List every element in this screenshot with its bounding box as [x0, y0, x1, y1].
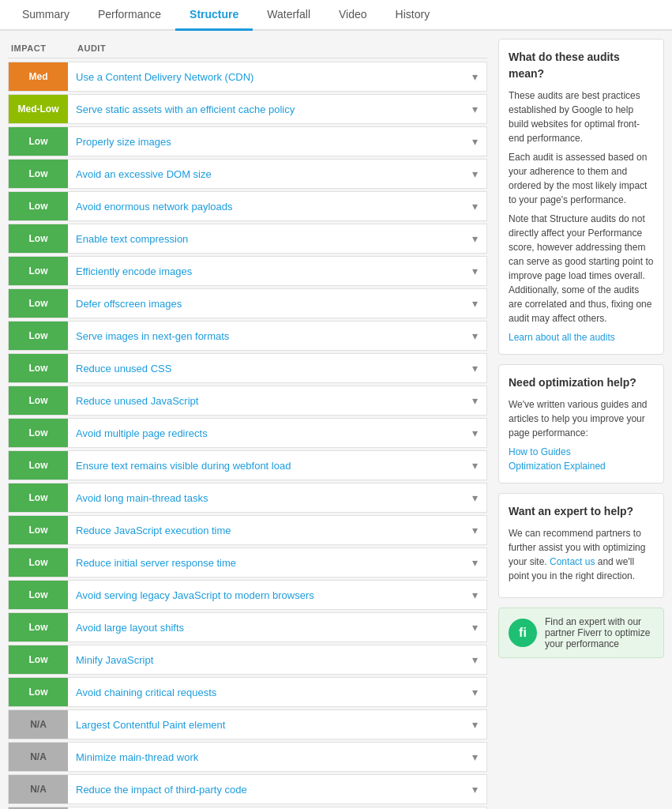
audit-label[interactable]: Use a Content Delivery Network (CDN): [68, 62, 463, 91]
optimization-title: Need optimization help?: [509, 374, 654, 391]
audit-column-header: AUDIT: [71, 43, 487, 53]
audit-label[interactable]: Minify JavaScript: [68, 645, 463, 674]
audit-label[interactable]: Reduce unused CSS: [68, 354, 463, 382]
audits-paragraph: Each audit is assessed based on your adh…: [509, 150, 654, 207]
optimization-link[interactable]: Optimization Explained: [509, 459, 654, 473]
audit-label[interactable]: Defer offscreen images: [68, 289, 463, 318]
contact-us-link[interactable]: Contact us: [550, 556, 595, 567]
audit-row: LowServe images in next-gen formats▾: [8, 321, 487, 351]
tab-bar: SummaryPerformanceStructureWaterfallVide…: [0, 0, 672, 31]
audit-label[interactable]: Efficiently encode images: [68, 257, 463, 285]
fiverr-card: fi Find an expert with our partner Fiver…: [498, 608, 664, 658]
expert-card: Want an expert to help? We can recommend…: [498, 493, 664, 598]
chevron-down-icon[interactable]: ▾: [463, 127, 486, 156]
audits-meaning-card: What do these audits mean? These audits …: [498, 39, 664, 355]
audit-row: LowEfficiently encode images▾: [8, 256, 487, 286]
impact-badge: Med: [9, 62, 68, 91]
impact-badge: Low: [9, 484, 68, 512]
chevron-down-icon[interactable]: ▾: [463, 613, 486, 642]
audit-label[interactable]: Avoid chaining critical requests: [68, 678, 463, 706]
audit-row: LowAvoid enormous network payloads▾: [8, 191, 487, 221]
audit-label[interactable]: Reduce initial server response time: [68, 548, 463, 577]
audit-rows-container: MedUse a Content Delivery Network (CDN)▾…: [8, 62, 487, 809]
impact-badge: N/A: [9, 775, 68, 803]
chevron-down-icon[interactable]: ▾: [463, 224, 486, 253]
audit-row: LowReduce initial server response time▾: [8, 547, 487, 578]
tab-history[interactable]: History: [381, 0, 445, 31]
audit-label[interactable]: Enable text compression: [68, 224, 463, 253]
chevron-down-icon[interactable]: ▾: [463, 775, 486, 803]
audit-label[interactable]: Properly size images: [68, 127, 463, 156]
chevron-down-icon[interactable]: ▾: [463, 192, 486, 220]
audit-label[interactable]: Avoid an excessive DOM size: [68, 160, 463, 188]
audits-meaning-title: What do these audits mean?: [509, 49, 654, 82]
impact-badge: Low: [9, 419, 68, 447]
impact-badge: Low: [9, 224, 68, 253]
chevron-down-icon[interactable]: ▾: [463, 257, 486, 285]
tab-summary[interactable]: Summary: [8, 0, 84, 31]
impact-badge: Low: [9, 160, 68, 188]
chevron-down-icon[interactable]: ▾: [463, 289, 486, 318]
audit-label[interactable]: Reduce JavaScript execution time: [68, 516, 463, 544]
audit-label[interactable]: Minimize main-thread work: [68, 743, 463, 771]
audit-label[interactable]: Avoid long main-thread tasks: [68, 484, 463, 512]
audit-row: LowAvoid long main-thread tasks▾: [8, 483, 487, 513]
audit-table-header: IMPACT AUDIT: [8, 39, 487, 58]
audit-label[interactable]: Avoid serving legacy JavaScript to moder…: [68, 581, 463, 609]
impact-badge: Low: [9, 613, 68, 642]
chevron-down-icon[interactable]: ▾: [463, 581, 486, 609]
expert-title: Want an expert to help?: [509, 503, 654, 520]
audit-row: LowMinify JavaScript▾: [8, 645, 487, 675]
learn-audits-link[interactable]: Learn about all the audits: [509, 332, 615, 343]
audit-label[interactable]: Avoid enormous network payloads: [68, 192, 463, 220]
chevron-down-icon[interactable]: ▾: [463, 516, 486, 544]
chevron-down-icon[interactable]: ▾: [463, 95, 486, 123]
impact-badge: Low: [9, 127, 68, 156]
chevron-down-icon[interactable]: ▾: [463, 419, 486, 447]
impact-badge: Low: [9, 289, 68, 318]
impact-badge: Low: [9, 581, 68, 609]
audit-label[interactable]: Avoid multiple page redirects: [68, 419, 463, 447]
tab-structure[interactable]: Structure: [175, 0, 253, 31]
audit-panel: IMPACT AUDIT MedUse a Content Delivery N…: [8, 39, 487, 809]
chevron-down-icon[interactable]: ▾: [463, 645, 486, 674]
audits-paragraph: Note that Structure audits do not direct…: [509, 212, 654, 325]
chevron-down-icon[interactable]: ▾: [463, 160, 486, 188]
chevron-down-icon[interactable]: ▾: [463, 678, 486, 706]
audit-label[interactable]: Ensure text remains visible during webfo…: [68, 451, 463, 480]
impact-badge: Low: [9, 548, 68, 577]
impact-badge: Med-Low: [9, 95, 68, 123]
audit-row: Med-LowServe static assets with an effic…: [8, 94, 487, 124]
tab-waterfall[interactable]: Waterfall: [253, 0, 325, 31]
audit-row: LowAvoid chaining critical requests▾: [8, 677, 487, 707]
optimization-text: We've written various guides and article…: [509, 397, 654, 440]
impact-badge: Low: [9, 451, 68, 480]
optimization-link[interactable]: How to Guides: [509, 445, 654, 459]
audit-label[interactable]: Reduce unused JavaScript: [68, 386, 463, 415]
audit-label[interactable]: Avoid large layout shifts: [68, 613, 463, 642]
audit-row: LowAvoid large layout shifts▾: [8, 612, 487, 642]
audit-label[interactable]: Serve images in next-gen formats: [68, 322, 463, 350]
impact-badge: Low: [9, 516, 68, 544]
chevron-down-icon[interactable]: ▾: [463, 548, 486, 577]
chevron-down-icon[interactable]: ▾: [463, 451, 486, 480]
chevron-down-icon[interactable]: ▾: [463, 354, 486, 382]
audit-row: MedUse a Content Delivery Network (CDN)▾: [8, 62, 487, 92]
audit-row: N/AReduce the impact of third-party code…: [8, 774, 487, 804]
chevron-down-icon[interactable]: ▾: [463, 743, 486, 771]
chevron-down-icon[interactable]: ▾: [463, 484, 486, 512]
impact-badge: Low: [9, 322, 68, 350]
chevron-down-icon[interactable]: ▾: [463, 386, 486, 415]
impact-badge: Low: [9, 678, 68, 706]
audit-label[interactable]: Reduce the impact of third-party code: [68, 775, 463, 803]
chevron-down-icon[interactable]: ▾: [463, 322, 486, 350]
impact-badge: N/A: [9, 743, 68, 771]
chevron-down-icon[interactable]: ▾: [463, 62, 486, 91]
tab-performance[interactable]: Performance: [84, 0, 175, 31]
chevron-down-icon[interactable]: ▾: [463, 710, 486, 739]
audits-paragraph: These audits are best practices establis…: [509, 88, 654, 145]
tab-video[interactable]: Video: [325, 0, 381, 31]
audit-label[interactable]: Largest Contentful Paint element: [68, 710, 463, 739]
fiverr-icon: fi: [509, 619, 537, 647]
audit-label[interactable]: Serve static assets with an efficient ca…: [68, 95, 463, 123]
